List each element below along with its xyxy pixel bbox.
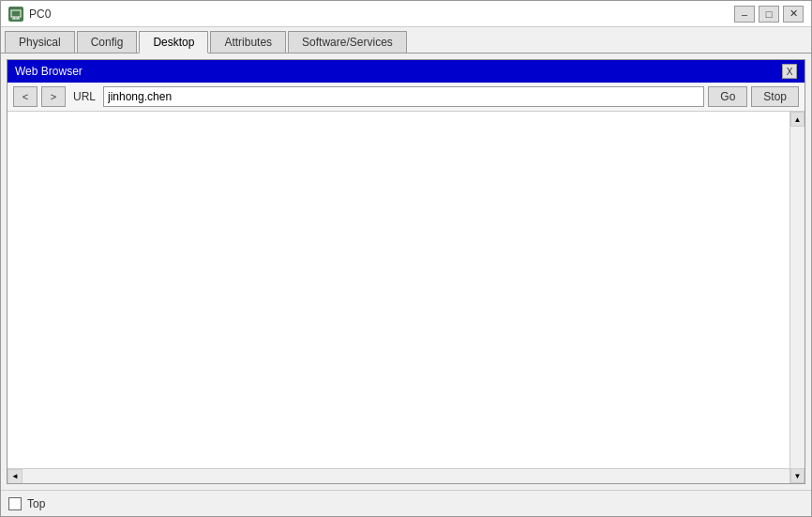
app-icon — [8, 7, 23, 22]
bottom-bar: Top — [1, 490, 811, 516]
go-button[interactable]: Go — [708, 86, 747, 107]
top-checkbox[interactable] — [8, 497, 22, 510]
scroll-track-vertical[interactable] — [790, 127, 804, 468]
title-bar-controls: – □ ✕ — [734, 6, 804, 23]
window-title: PC0 — [29, 8, 51, 21]
title-bar: PC0 – □ ✕ — [1, 1, 811, 27]
stop-button[interactable]: Stop — [751, 86, 799, 107]
url-input[interactable] — [103, 86, 704, 107]
tab-desktop[interactable]: Desktop — [139, 31, 208, 53]
back-button[interactable]: < — [13, 86, 38, 107]
tab-software-services[interactable]: Software/Services — [288, 31, 407, 53]
tabs-bar: Physical Config Desktop Attributes Softw… — [1, 27, 811, 53]
browser-viewport — [8, 112, 804, 468]
browser-panel: Web Browser X < > URL Go Stop ▲ — [7, 59, 805, 484]
url-label: URL — [73, 90, 96, 103]
horizontal-scrollbar: ◄ ► — [8, 468, 804, 483]
vertical-scrollbar: ▲ ▼ — [789, 112, 804, 468]
main-content: Web Browser X < > URL Go Stop ▲ — [1, 53, 811, 490]
scroll-track-horizontal[interactable] — [23, 469, 789, 483]
top-label: Top — [27, 497, 45, 510]
browser-title: Web Browser — [15, 65, 83, 78]
scroll-left-arrow[interactable]: ◄ — [8, 469, 23, 484]
browser-toolbar: < > URL Go Stop — [8, 83, 804, 112]
tab-attributes[interactable]: Attributes — [210, 31, 286, 53]
close-button[interactable]: ✕ — [783, 6, 804, 23]
maximize-button[interactable]: □ — [759, 6, 779, 23]
browser-close-button[interactable]: X — [782, 64, 797, 79]
tab-physical[interactable]: Physical — [5, 31, 75, 53]
scroll-up-arrow[interactable]: ▲ — [790, 112, 804, 127]
title-bar-left: PC0 — [8, 7, 51, 22]
minimize-button[interactable]: – — [734, 6, 755, 23]
forward-button[interactable]: > — [41, 86, 66, 107]
browser-titlebar: Web Browser X — [8, 60, 804, 83]
tab-config[interactable]: Config — [77, 31, 138, 53]
svg-rect-0 — [11, 10, 21, 17]
main-window: PC0 – □ ✕ Physical Config Desktop Attrib… — [0, 0, 812, 517]
